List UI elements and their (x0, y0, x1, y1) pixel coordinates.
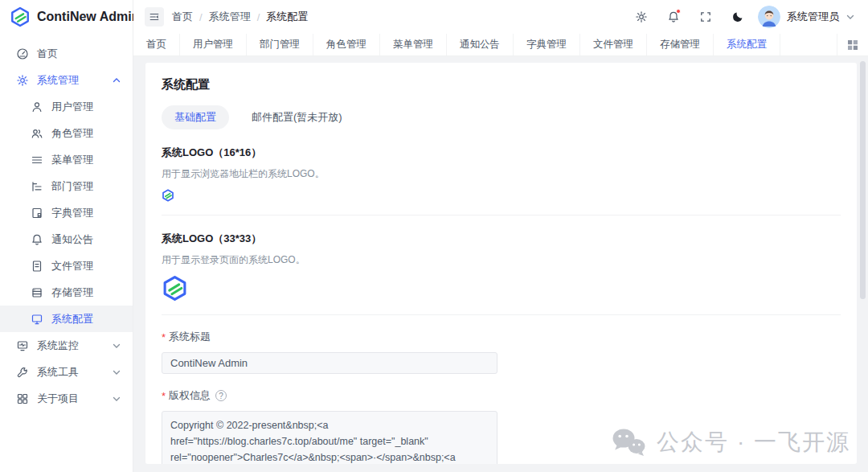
sidebar-item-label: 字典管理 (51, 206, 121, 220)
login-logo-image[interactable] (162, 275, 841, 302)
sidebar-item-about[interactable]: 关于项目 (0, 385, 133, 412)
tabbar-spacer (780, 34, 837, 55)
tab-file-management[interactable]: 文件管理 (580, 34, 647, 55)
sidebar: ContiNew Admin 首页 系统管理 用户管理 (0, 0, 133, 472)
monitor-icon (31, 313, 43, 326)
chevron-down-icon (845, 12, 855, 22)
scrollbar-thumb[interactable] (860, 61, 866, 299)
breadcrumb-separator: / (257, 11, 260, 23)
chevron-down-icon (112, 341, 121, 351)
sidebar-item-label: 存储管理 (51, 285, 121, 300)
notification-badge (676, 9, 681, 14)
wrench-icon (16, 366, 29, 379)
brand-title: ContiNew Admin (37, 10, 139, 24)
user-icon (31, 101, 43, 113)
top-header: 首页 / 系统管理 / 系统配置 系统管理员 (133, 0, 868, 34)
sidebar-item-dict-management[interactable]: 字典管理 (0, 199, 133, 226)
gear-icon (16, 74, 29, 87)
sidebar-item-label: 用户管理 (51, 100, 121, 114)
sidebar-item-home[interactable]: 首页 (0, 40, 133, 67)
sidebar-item-user-management[interactable]: 用户管理 (0, 93, 133, 120)
sidebar-item-label: 通知公告 (51, 232, 121, 247)
divider (162, 215, 841, 215)
main-column: 首页 / 系统管理 / 系统配置 系统管理员 (133, 0, 868, 472)
sidebar-item-label: 关于项目 (37, 392, 104, 406)
tab-grid-menu-icon[interactable] (837, 34, 868, 55)
dark-mode-moon-icon[interactable] (726, 5, 750, 29)
bell-icon (31, 233, 43, 246)
help-icon[interactable]: ? (215, 390, 227, 401)
sidebar-item-system-management[interactable]: 系统管理 (0, 67, 133, 93)
section-title: 系统LOGO（16*16） (162, 146, 841, 160)
system-title-input[interactable] (162, 352, 497, 374)
sidebar-item-system-tools[interactable]: 系统工具 (0, 359, 133, 385)
sidebar-item-label: 系统工具 (37, 365, 104, 380)
chevron-down-icon (112, 394, 121, 404)
user-menu[interactable]: 系统管理员 (758, 6, 855, 28)
tab-dict-management[interactable]: 字典管理 (514, 34, 580, 55)
tab-user-management[interactable]: 用户管理 (180, 34, 247, 55)
tree-icon (31, 180, 43, 193)
book-icon (31, 207, 43, 220)
sidebar-item-storage-management[interactable]: 存储管理 (0, 279, 133, 306)
sidebar-item-label: 首页 (37, 47, 121, 61)
tab-home[interactable]: 首页 (133, 34, 180, 55)
sidebar-item-label: 系统监控 (37, 339, 104, 353)
sidebar-item-label: 部门管理 (51, 179, 121, 194)
sidebar-collapse-button[interactable] (145, 7, 164, 27)
tab-notice[interactable]: 通知公告 (447, 34, 514, 55)
users-icon (31, 127, 43, 140)
brand[interactable]: ContiNew Admin (0, 0, 133, 34)
tab-storage-management[interactable]: 存储管理 (647, 34, 714, 55)
copyright-textarea[interactable]: Copyright © 2022-present&nbsp;<a href="h… (162, 411, 497, 464)
required-asterisk: * (162, 390, 166, 402)
settings-icon[interactable] (629, 5, 653, 29)
sidebar-item-notice[interactable]: 通知公告 (0, 226, 133, 252)
sidebar-item-menu-management[interactable]: 菜单管理 (0, 146, 133, 173)
apps-icon (16, 392, 29, 405)
dashboard-icon (16, 47, 29, 60)
tab-role-management[interactable]: 角色管理 (313, 34, 380, 55)
sidebar-item-system-monitor[interactable]: 系统监控 (0, 332, 133, 359)
sidebar-item-label: 角色管理 (51, 126, 121, 141)
sidebar-item-file-management[interactable]: 文件管理 (0, 252, 133, 279)
sidebar-item-label: 文件管理 (51, 259, 121, 273)
sidebar-item-label: 系统管理 (37, 73, 104, 88)
tab-mail-config[interactable]: 邮件配置(暂未开放) (239, 105, 355, 129)
section-description: 用于显示登录页面的系统LOGO。 (162, 253, 841, 267)
notification-bell-icon[interactable] (661, 5, 686, 29)
brand-logo-icon (10, 6, 31, 27)
chevron-down-icon (112, 367, 121, 377)
menu-icon (31, 154, 43, 166)
sidebar-item-system-config[interactable]: 系统配置 (0, 306, 133, 332)
chevron-up-icon (112, 76, 121, 85)
sidebar-item-dept-management[interactable]: 部门管理 (0, 173, 133, 199)
breadcrumb-home[interactable]: 首页 (172, 10, 193, 24)
favicon-logo-image[interactable] (162, 189, 841, 202)
tab-basic-config[interactable]: 基础配置 (162, 105, 229, 129)
section-title: 系统LOGO（33*33） (162, 232, 841, 246)
breadcrumb: 首页 / 系统管理 / 系统配置 (172, 10, 308, 24)
field-label-text: 版权信息 (169, 388, 211, 403)
config-tabs: 基础配置 邮件配置(暂未开放) (162, 105, 841, 129)
divider (162, 314, 841, 315)
sidebar-item-label: 菜单管理 (51, 153, 121, 167)
breadcrumb-separator: / (199, 11, 203, 23)
storage-icon (31, 286, 43, 299)
page-tabbar: 首页 用户管理 部门管理 角色管理 菜单管理 通知公告 字典管理 文件管理 存储… (133, 34, 868, 56)
required-asterisk: * (162, 331, 166, 343)
system-title-label: * 系统标题 (162, 330, 841, 344)
breadcrumb-system-management[interactable]: 系统管理 (209, 10, 251, 24)
main-content-area: 系统配置 基础配置 邮件配置(暂未开放) 系统LOGO（16*16） 用于显示浏… (133, 56, 868, 472)
tab-dept-management[interactable]: 部门管理 (247, 34, 313, 55)
tab-menu-management[interactable]: 菜单管理 (380, 34, 447, 55)
fullscreen-icon[interactable] (694, 5, 718, 29)
system-config-card: 系统配置 基础配置 邮件配置(暂未开放) 系统LOGO（16*16） 用于显示浏… (145, 63, 857, 464)
monitor-pulse-icon (16, 339, 29, 352)
sidebar-item-role-management[interactable]: 角色管理 (0, 120, 133, 146)
field-label-text: 系统标题 (169, 330, 211, 344)
avatar (758, 6, 780, 28)
user-name: 系统管理员 (787, 10, 839, 24)
tab-system-config[interactable]: 系统配置 (714, 34, 780, 55)
sidebar-item-label: 系统配置 (51, 312, 121, 326)
